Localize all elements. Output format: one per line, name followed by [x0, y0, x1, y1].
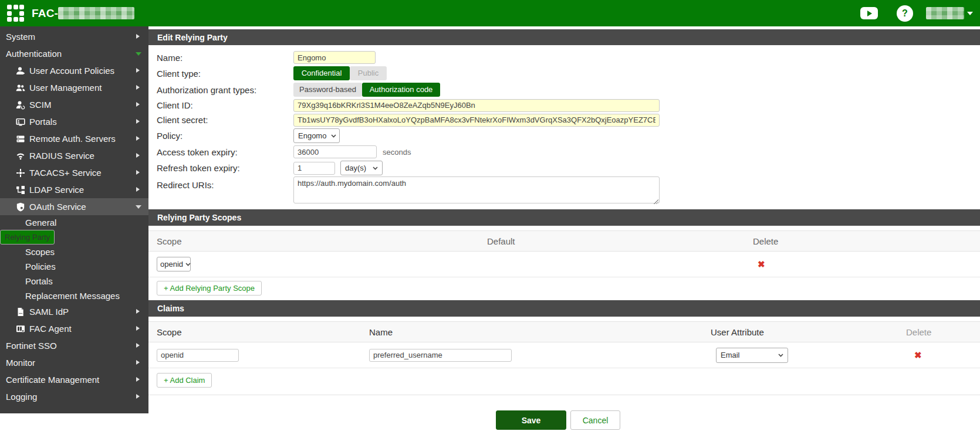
- claim-delete-column-header: Delete: [906, 327, 980, 337]
- resize-handle[interactable]: [653, 199, 658, 204]
- expand-arrow-icon: [136, 136, 140, 141]
- client-id-row: Client ID:: [148, 98, 980, 113]
- sidebar-item-certificate-management[interactable]: Certificate Management: [0, 371, 148, 388]
- expand-arrow-icon: [136, 360, 140, 365]
- hostname-redacted: [58, 7, 134, 19]
- claim-user-attribute-select[interactable]: Email: [716, 348, 788, 363]
- grant-types-row: Authorization grant types: Password-base…: [148, 82, 980, 98]
- sidebar-item-user-account-policies[interactable]: User Account Policies: [0, 62, 148, 79]
- main-content: Edit Relying Party Name: Client type: Co…: [148, 26, 980, 438]
- question-mark-icon: ?: [902, 8, 908, 19]
- play-icon: [867, 11, 872, 16]
- sidebar: System Authentication User Account Polic…: [0, 26, 148, 413]
- scope-select[interactable]: openid: [157, 257, 191, 271]
- refresh-token-input[interactable]: [293, 162, 335, 175]
- delete-row-button[interactable]: ✖: [758, 259, 765, 270]
- sidebar-item-portals[interactable]: Portals: [0, 113, 148, 130]
- video-tutorial-button[interactable]: [860, 7, 878, 19]
- refresh-token-unit-select[interactable]: day(s): [340, 161, 383, 175]
- scope-column-header: Scope: [148, 236, 487, 246]
- client-id-label: Client ID:: [148, 100, 293, 110]
- portal-screen-icon: [15, 117, 25, 127]
- cancel-button[interactable]: Cancel: [570, 410, 620, 430]
- sidebar-item-logging[interactable]: Logging: [0, 388, 148, 405]
- grant-password-button[interactable]: Password-based: [293, 83, 362, 97]
- sidebar-item-relying-party[interactable]: Relying Party: [0, 230, 55, 245]
- grant-types-label: Authorization grant types:: [148, 85, 293, 95]
- name-input[interactable]: [293, 51, 376, 64]
- user-policy-icon: [15, 66, 25, 76]
- save-button[interactable]: Save: [496, 410, 566, 430]
- expand-arrow-icon: [136, 153, 140, 158]
- redirect-uris-textarea[interactable]: https://auth.mydomain.com/auth: [293, 176, 660, 203]
- refresh-token-label: Refresh token expiry:: [148, 163, 293, 173]
- sidebar-item-oauth-policies[interactable]: Policies: [0, 259, 148, 274]
- document-icon: [15, 307, 25, 317]
- refresh-token-row: Refresh token expiry: day(s): [148, 159, 980, 176]
- sidebar-item-tacacs-service[interactable]: TACACS+ Service: [0, 164, 148, 181]
- client-type-row: Client type: Confidential Public: [148, 65, 980, 82]
- claim-name-input[interactable]: [369, 349, 512, 362]
- scopes-section-title: Relying Party Scopes: [148, 209, 980, 226]
- sidebar-item-oauth-service[interactable]: OAuth Service: [0, 198, 148, 215]
- users-icon: [15, 83, 25, 93]
- sidebar-item-user-management[interactable]: User Management: [0, 79, 148, 96]
- claims-table-header: Scope Name User Attribute Delete: [148, 321, 980, 342]
- sidebar-item-oauth-scopes[interactable]: Scopes: [0, 245, 148, 259]
- account-menu[interactable]: [926, 7, 973, 19]
- access-token-row: Access token expiry: seconds: [148, 144, 980, 159]
- sidebar-item-system[interactable]: System: [0, 28, 148, 45]
- collapse-caret-icon: [136, 52, 141, 56]
- access-token-label: Access token expiry:: [148, 147, 293, 157]
- sidebar-item-radius-service[interactable]: RADIUS Service: [0, 147, 148, 164]
- claims-section-title: Claims: [148, 300, 980, 317]
- scopes-table-header: Scope Default Delete: [148, 230, 980, 252]
- client-type-label: Client type:: [148, 69, 293, 79]
- sidebar-item-authentication[interactable]: Authentication: [0, 45, 148, 62]
- sidebar-item-saml-idp[interactable]: SAML IdP: [0, 303, 148, 320]
- client-type-confidential-button[interactable]: Confidential: [293, 66, 350, 80]
- client-id-input[interactable]: [293, 99, 660, 112]
- scope-table-row: openid ✖: [148, 252, 980, 277]
- chevron-down-icon: [967, 12, 973, 15]
- sidebar-item-ldap-service[interactable]: LDAP Service: [0, 181, 148, 198]
- policy-select[interactable]: Engomo: [293, 128, 340, 143]
- access-token-input[interactable]: [293, 145, 377, 158]
- policy-row: Policy: Engomo: [148, 127, 980, 144]
- expand-arrow-icon: [136, 170, 140, 175]
- chevron-down-icon: [185, 263, 191, 266]
- client-type-public-button[interactable]: Public: [350, 66, 387, 80]
- add-relying-party-scope-button[interactable]: + Add Relying Party Scope: [157, 281, 262, 296]
- name-row: Name:: [148, 50, 980, 65]
- expand-arrow-icon: [136, 34, 140, 39]
- sidebar-item-replacement-messages[interactable]: Replacement Messages: [0, 288, 148, 303]
- client-secret-row: Client secret:: [148, 113, 980, 127]
- username-redacted: [926, 7, 964, 19]
- sidebar-item-remote-auth-servers[interactable]: Remote Auth. Servers: [0, 130, 148, 147]
- sidebar-item-fac-agent[interactable]: FAC Agent: [0, 320, 148, 337]
- delete-row-button[interactable]: ✖: [914, 350, 922, 361]
- grant-authcode-button[interactable]: Authorization code: [362, 83, 440, 97]
- expand-arrow-icon: [136, 102, 140, 107]
- sidebar-item-fortinet-sso[interactable]: Fortinet SSO: [0, 337, 148, 354]
- sidebar-item-oauth-portals[interactable]: Portals: [0, 274, 148, 288]
- sidebar-item-oauth-general[interactable]: General: [0, 215, 148, 230]
- client-secret-label: Client secret:: [148, 115, 293, 125]
- network-node-icon: [15, 168, 25, 178]
- sidebar-item-scim[interactable]: SCIM: [0, 96, 148, 113]
- chevron-down-icon: [778, 354, 783, 357]
- sidebar-item-monitor[interactable]: Monitor: [0, 354, 148, 371]
- user-sync-icon: [15, 100, 25, 110]
- form-actions: Save Cancel: [148, 395, 980, 430]
- expand-arrow-icon: [136, 326, 140, 331]
- client-secret-input[interactable]: [293, 114, 660, 127]
- add-claim-button[interactable]: + Add Claim: [157, 373, 212, 388]
- expand-arrow-icon: [136, 85, 140, 90]
- expand-arrow-icon: [136, 394, 140, 399]
- apps-grid-icon[interactable]: [7, 5, 24, 22]
- help-button[interactable]: ?: [897, 5, 913, 22]
- delete-column-header: Delete: [753, 236, 980, 246]
- claim-table-row: Email ✖: [148, 342, 980, 368]
- claim-scope-input[interactable]: [157, 349, 239, 362]
- policy-label: Policy:: [148, 131, 293, 141]
